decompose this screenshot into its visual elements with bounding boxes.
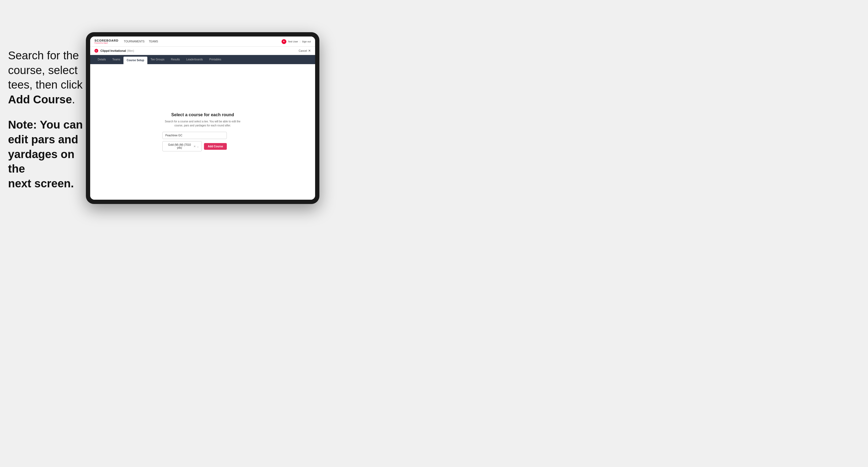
logo-sub: Powered by clippd (94, 42, 118, 44)
cancel-button[interactable]: Cancel ✕ (299, 49, 311, 53)
tournament-header: C Clippd Invitational (Men) Cancel ✕ (90, 47, 315, 55)
logo-area: SCOREBOARD Powered by clippd (94, 39, 118, 44)
tee-select-row: Gold (M) (M) (7010 yds) ✕ ⌄ Add Course (162, 141, 227, 151)
chevron-down-icon: ⌄ (197, 145, 199, 148)
tee-clear-button[interactable]: ✕ (193, 145, 196, 148)
pipe-separator: | (300, 40, 300, 43)
user-avatar: R (282, 39, 286, 44)
cancel-label: Cancel (299, 50, 307, 52)
tab-tee-groups[interactable]: Tee Groups (147, 55, 168, 64)
tab-bar: Details Teams Course Setup Tee Groups Re… (90, 55, 315, 64)
top-navbar: SCOREBOARD Powered by clippd TOURNAMENTS… (90, 36, 315, 47)
course-setup-card: Select a course for each round Search fo… (162, 113, 243, 151)
tablet-device: SCOREBOARD Powered by clippd TOURNAMENTS… (86, 32, 319, 204)
cancel-x-icon: ✕ (308, 49, 311, 53)
tab-printables[interactable]: Printables (206, 55, 224, 64)
tournament-gender: (Men) (127, 50, 134, 52)
add-course-button[interactable]: Add Course (204, 143, 227, 150)
top-nav-links: TOURNAMENTS TEAMS (124, 39, 281, 44)
tee-select-dropdown[interactable]: Gold (M) (M) (7010 yds) ✕ ⌄ (162, 141, 202, 151)
user-label: Test User (288, 40, 298, 43)
tournament-name: Clippd Invitational (100, 49, 126, 52)
sign-out-link[interactable]: Sign out (302, 40, 311, 43)
tab-leaderboards[interactable]: Leaderboards (183, 55, 206, 64)
tab-details[interactable]: Details (94, 55, 109, 64)
tournament-icon: C (94, 49, 98, 53)
nav-teams[interactable]: TEAMS (149, 39, 158, 44)
tee-select-value: Gold (M) (M) (7010 yds) (165, 143, 193, 149)
device-screen: SCOREBOARD Powered by clippd TOURNAMENTS… (90, 36, 315, 200)
note-annotation-text: Note: You can edit pars and yardages on … (8, 118, 83, 191)
tab-results[interactable]: Results (168, 55, 183, 64)
main-annotation-text: Search for the course, select tees, then… (8, 48, 83, 107)
nav-tournaments[interactable]: TOURNAMENTS (124, 39, 145, 44)
tab-teams[interactable]: Teams (109, 55, 123, 64)
course-setup-description: Search for a course and select a tee. Yo… (162, 119, 243, 127)
tee-select-controls: ✕ ⌄ (193, 145, 199, 148)
tab-course-setup[interactable]: Course Setup (123, 57, 147, 64)
course-search-input[interactable] (162, 132, 227, 139)
top-nav-right: R Test User | Sign out (282, 39, 311, 44)
annotation-area: Search for the course, select tees, then… (8, 48, 83, 191)
logo-text: SCOREBOARD (94, 39, 118, 42)
course-setup-title: Select a course for each round (162, 113, 243, 117)
main-content: Select a course for each round Search fo… (90, 64, 315, 200)
add-course-bold: Add Course (8, 93, 72, 106)
